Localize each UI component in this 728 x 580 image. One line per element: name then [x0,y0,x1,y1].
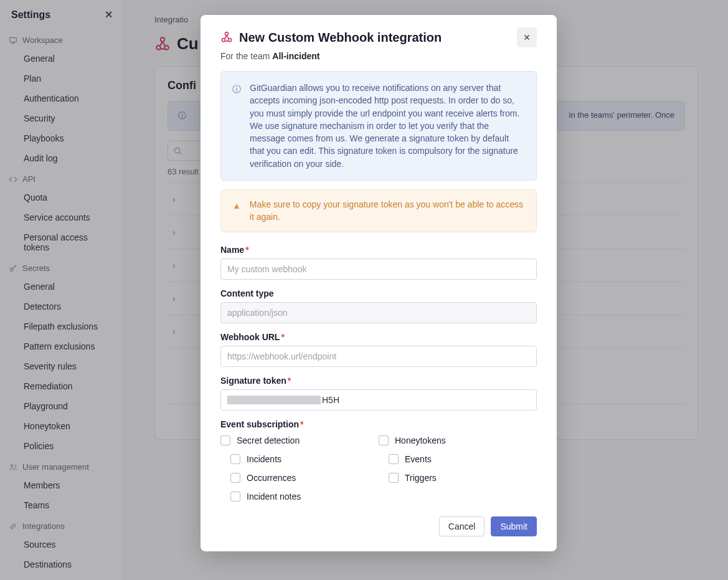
modal-subtitle: For the team All-incident [220,51,537,61]
signature-token-input[interactable]: H5H [220,389,537,411]
checkbox-icon [379,435,389,445]
webhook-url-input[interactable] [220,346,537,367]
close-icon [522,33,531,42]
checkbox-honeytokens[interactable]: Honeytokens [379,435,537,445]
new-webhook-modal: New Custom Webhook integration For the t… [201,15,557,551]
svg-point-9 [225,32,229,36]
info-paragraph-2: We use signature mechanism in order to l… [250,120,525,170]
checkbox-icon [220,435,230,445]
submit-button[interactable]: Submit [491,516,537,536]
checkbox-secret-detection[interactable]: Secret detection [220,435,379,445]
redacted-token [227,396,321,404]
warning-icon: ▲ [232,200,241,223]
checkbox-incident-notes[interactable]: Incident notes [220,492,379,502]
info-paragraph-1: GitGuardian allows you to receive notifi… [250,82,525,120]
info-box: ⓘ GitGuardian allows you to receive noti… [220,71,537,181]
label-signature-token: Signature token* [220,376,537,386]
label-event-subscription: Event subscription* [220,419,537,429]
checkbox-incidents[interactable]: Incidents [220,454,379,464]
modal-actions: Cancel Submit [220,516,537,536]
info-icon: ⓘ [232,83,241,170]
checkbox-icon [230,454,240,464]
label-name: Name* [220,245,537,255]
token-tail: H5H [322,395,339,405]
name-input[interactable] [220,259,537,280]
webhook-icon [220,31,233,44]
checkbox-triggers[interactable]: Triggers [379,473,537,483]
checkbox-icon [230,473,240,483]
checkbox-occurrences[interactable]: Occurrences [220,473,379,483]
warn-box: ▲ Make sure to copy your signature token… [220,189,537,232]
event-subscription-grid: Secret detection Honeytokens Incidents E… [220,435,537,502]
checkbox-icon [230,492,240,502]
cancel-button[interactable]: Cancel [439,516,485,536]
modal-title: New Custom Webhook integration [239,31,511,45]
label-webhook-url: Webhook URL* [220,332,537,342]
checkbox-events[interactable]: Events [379,454,537,464]
label-content-type: Content type [220,288,537,298]
content-type-input [220,302,537,323]
checkbox-icon [389,454,399,464]
warn-text: Make sure to copy your signature token a… [250,199,525,223]
checkbox-icon [389,473,399,483]
close-button[interactable] [517,27,537,47]
